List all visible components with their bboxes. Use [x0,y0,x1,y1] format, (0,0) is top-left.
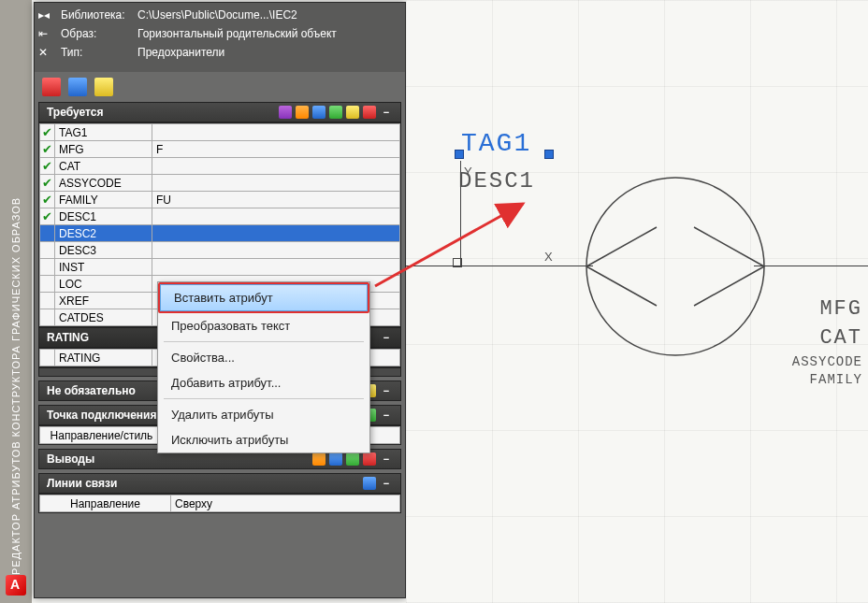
collapse-section-icon[interactable]: − [380,331,393,344]
autocad-logo [6,575,26,596]
panel-header: Библиотека:C:\Users\Public\Docume...\IEC… [35,3,405,72]
panel-toolbar [38,76,401,102]
selection-grip[interactable] [544,150,554,159]
ctx-separator [164,341,364,342]
row-check-icon: ✔ [40,158,55,175]
section-links-head[interactable]: Линии связи − [38,473,401,494]
ctx-properties[interactable]: Свойства... [158,345,369,370]
ctx-insert-attribute[interactable]: Вставить атрибут [160,284,368,311]
ctx-exclude-attributes[interactable]: Исключить атрибуты [158,427,369,452]
canvas-assycode-label: ASSYCODE [792,353,862,372]
canvas-mfg-label: MFG [792,295,862,324]
head-icon[interactable] [329,452,342,466]
table-row[interactable]: INST [40,259,400,276]
collapse-section-icon[interactable]: − [380,106,393,119]
row-check-icon: ✔ [40,192,55,208]
library-value: C:\Users\Public\Docume...\IEC2 [137,8,297,22]
library-label: Библиотека: [61,8,137,22]
table-row[interactable]: ✔MFGF [40,141,400,158]
head-icon[interactable] [346,106,359,119]
table-row[interactable]: DESC3 [40,242,400,259]
type-value: Предохранители [137,46,224,59]
collapse-section-icon[interactable]: − [380,384,393,397]
head-icon[interactable] [363,106,376,119]
links-grid[interactable]: Направление Сверху [38,494,401,513]
attr-name-cell: DESC2 [55,225,152,242]
head-icon[interactable] [363,477,376,490]
axis-y-line [460,161,461,266]
attr-value-cell[interactable] [152,242,400,259]
attr-value-cell[interactable]: F [152,141,400,158]
type-label: Тип: [61,46,137,59]
row-check-icon: ✔ [40,124,55,141]
table-row[interactable]: ✔FAMILYFU [40,192,400,208]
collapse-section-icon[interactable]: − [380,477,393,490]
head-icon[interactable] [312,452,326,466]
image-value: Горизонтальный родительский объект [137,27,337,40]
head-icon[interactable] [329,106,342,119]
table-row[interactable]: ✔CAT [40,158,400,175]
section-optional-title: Не обязательно [47,384,136,397]
row-check-icon: ✔ [40,208,55,225]
section-links: Линии связи − Направление Сверху [38,473,401,513]
ctx-delete-attributes[interactable]: Удалить атрибуты [158,402,369,427]
attr-name-cell: DESC1 [55,208,152,225]
section-connpoint-title: Точка подключения [47,409,156,422]
head-icon[interactable] [363,452,376,466]
row-check-icon [40,242,55,259]
canvas-family-label: FAMILY [792,371,862,390]
row-check-icon: ✔ [40,141,55,158]
section-rating-title: RATING [47,331,89,344]
attr-name-cell: FAMILY [55,192,152,208]
attr-name-cell: CAT [55,158,152,175]
head-icon[interactable] [346,452,359,466]
svg-point-0 [586,178,764,355]
table-row[interactable]: ✔ASSYCODE [40,175,400,192]
ctx-add-attribute[interactable]: Добавить атрибут... [158,370,369,395]
drawing-canvas[interactable]: TAG1 DESC1 X Y MFG CAT ASSYCODE FAMILY [406,0,868,603]
section-links-title: Линии связи [47,477,117,490]
table-row[interactable]: DESC2 [40,225,400,242]
image-label: Образ: [61,27,137,40]
attr-value-cell[interactable] [152,208,400,225]
collapse-section-icon[interactable]: − [380,409,393,422]
table-row[interactable]: ✔DESC1 [40,208,400,225]
attr-value-cell[interactable] [152,259,400,276]
close-panel-icon[interactable]: ✕ [38,46,50,59]
toolbar-icon-2[interactable] [68,78,87,96]
head-icon[interactable] [296,106,309,119]
attr-value-cell[interactable]: FU [152,192,400,208]
canvas-property-labels: MFG CAT ASSYCODE FAMILY [792,295,862,390]
row-check-icon [40,225,55,242]
attr-value-cell[interactable] [152,158,400,175]
row-check-icon [40,276,55,293]
section-required-title: Требуется [47,106,103,119]
axis-x-label: X [544,250,553,264]
context-menu: Вставить атрибут Преобразовать текст Сво… [157,281,370,453]
attr-value-cell[interactable] [152,124,400,141]
section-outputs-title: Выводы [47,452,94,466]
collapse-icon[interactable]: ▸◂ [38,8,50,22]
panel-control-icons: ▸◂ ⇤ ✕ [38,8,50,59]
toolbar-icon-1[interactable] [42,78,61,96]
toolbar-icon-3[interactable] [94,78,113,96]
selection-grip[interactable] [455,150,464,159]
canvas-tag1-text[interactable]: TAG1 [461,129,531,158]
wire-line [406,266,593,266]
ctx-convert-text[interactable]: Преобразовать текст [158,313,369,338]
collapse-section-icon[interactable]: − [380,452,393,466]
attr-name-cell: ASSYCODE [55,175,152,192]
section-required-head[interactable]: Требуется − [38,102,401,122]
head-icon[interactable] [279,106,292,119]
table-row[interactable]: Направление Сверху [40,495,400,512]
head-icon[interactable] [312,106,326,119]
row-check-icon [40,259,55,276]
attr-value-cell[interactable] [152,175,400,192]
attr-value-cell[interactable] [152,225,400,242]
fuse-symbol[interactable] [572,154,778,379]
row-check-icon [40,309,55,326]
row-check-icon: ✔ [40,175,55,192]
pin-icon[interactable]: ⇤ [38,27,50,40]
table-row[interactable]: ✔TAG1 [40,124,400,141]
links-val[interactable]: Сверху [171,495,400,512]
